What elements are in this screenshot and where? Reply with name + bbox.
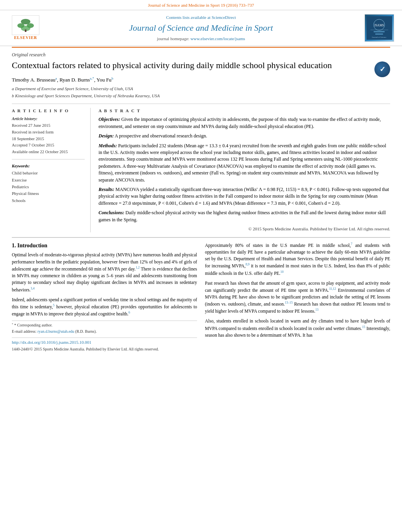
ref-5: 5: [53, 304, 54, 307]
keyword-5: Schools: [12, 198, 85, 204]
contents-line: Contents lists available at ScienceDirec…: [43, 15, 359, 20]
keyword-3: Pediatrics: [12, 184, 85, 190]
email-link[interactable]: ryan.d.burns@utah.edu: [37, 329, 74, 334]
homepage-line: journal homepage: www.elsevier.com/locat…: [43, 36, 359, 42]
elsevier-text: ELSEVIER: [14, 35, 37, 41]
article-history: Article history: Received 27 June 2015 R…: [12, 116, 85, 155]
keywords-label: Keywords:: [12, 163, 85, 169]
article-title: Contextual factors related to physical a…: [12, 60, 370, 71]
body-left-col: 1. Introduction Optimal levels of modera…: [12, 242, 197, 352]
ref-8-9: 8,9: [246, 263, 249, 266]
article-title-section: Contextual factors related to physical a…: [12, 60, 390, 100]
journal-cover-image: Journal of Science JSAMS: [365, 14, 394, 42]
abstract-results: Results: MANCOVA yielded a statistically…: [99, 186, 390, 207]
svg-rect-11: [375, 33, 383, 35]
ref-3-4: 3,4: [31, 287, 35, 290]
revised-label: Received in revised form: [12, 130, 85, 135]
conclusions-label: Conclusions:: [99, 210, 124, 215]
title-divider: [12, 104, 390, 104]
info-keywords-divider: [12, 159, 85, 159]
journal-citation-text: Journal of Science and Medicine in Sport…: [148, 3, 254, 7]
received-date: Received 27 June 2015: [12, 123, 85, 129]
right-para3: Also, students enrolled in schools locat…: [205, 318, 390, 339]
intro-number: 1.: [12, 243, 16, 248]
right-para2: Past research has shown that the amount …: [205, 280, 390, 315]
abstract-col: A B S T R A C T Objectives: Given the im…: [99, 108, 390, 232]
affil-a: a Department of Exercise and Sport Scien…: [12, 86, 370, 92]
svg-text:Journal of Science: Journal of Science: [372, 36, 387, 38]
accepted-date: Accepted 7 October 2015: [12, 143, 85, 148]
methods-text: Participants included 232 students (Mean…: [99, 143, 386, 183]
article-info-header: A R T I C L E I N F O: [12, 108, 85, 114]
conclusions-text: Daily middle-school physical activity wa…: [99, 210, 386, 222]
abstract-text: Objectives: Given the importance of opti…: [99, 116, 390, 232]
objectives-text: Given the importance of optimizing physi…: [99, 117, 381, 129]
abstract-header: A B S T R A C T: [99, 108, 390, 114]
elsevier-tree-icon: [12, 15, 39, 35]
abstract-methods: Methods: Participants included 232 stude…: [99, 143, 390, 184]
ref-15: 15: [362, 325, 365, 329]
ref-11-12: 11,12: [329, 287, 336, 291]
crossmark-badge: ✓: [374, 61, 390, 77]
abstract-design: Design: A prospective and observational …: [99, 133, 390, 139]
revised-date: 18 September 2015: [12, 136, 85, 142]
journal-cover-right: Journal of Science JSAMS: [359, 14, 394, 42]
main-content: Original research Contextual factors rel…: [0, 47, 402, 352]
results-text: MANCOVA yielded a statistically signific…: [99, 187, 389, 206]
right-p1-t1: Approximately 80% of states in the U.S m…: [205, 243, 351, 248]
copyright-line: © 2015 Sports Medicine Australia. Publis…: [99, 226, 390, 232]
email-name: (R.D. Burns).: [75, 329, 97, 334]
issn-line: 1440-2440/© 2015 Sports Medicine Austral…: [12, 347, 197, 352]
sciencedirect-link[interactable]: ScienceDirect: [212, 15, 236, 20]
affiliations: a Department of Exercise and Sport Scien…: [12, 86, 370, 99]
body-content: 1. Introduction Optimal levels of modera…: [12, 242, 390, 352]
article-info-col: A R T I C L E I N F O Article history: R…: [12, 108, 91, 232]
keyword-1: Child behavior: [12, 170, 85, 176]
affil-b: b Kinesiology and Sport Sciences Departm…: [12, 93, 370, 99]
intro-title: Introduction: [17, 243, 47, 248]
elsevier-logo-area: ELSEVIER: [8, 15, 43, 41]
results-label: Results:: [99, 187, 114, 192]
info-abstract-section: A R T I C L E I N F O Article history: R…: [12, 108, 390, 232]
intro-para1: Optimal levels of moderate-to-vigorous p…: [12, 252, 197, 293]
svg-rect-10: [374, 31, 385, 32]
ref-13-15: 13–15: [285, 301, 293, 304]
keyword-2: Exercise: [12, 177, 85, 183]
ref-7: 7: [351, 242, 352, 246]
intro-right-text: Approximately 80% of states in the U.S m…: [205, 242, 390, 339]
journal-header-center: Contents lists available at ScienceDirec…: [43, 15, 359, 42]
svg-rect-4: [25, 30, 26, 32]
objectives-label: Objectives:: [99, 117, 120, 122]
doi-link[interactable]: http://dx.doi.org/10.1016/j.jsams.2015.1…: [12, 339, 197, 345]
methods-label: Methods:: [99, 143, 117, 148]
authors-line: Timothy A. Brusseaua, Ryan D. Burnsa,*, …: [12, 76, 370, 84]
keywords-section: Keywords: Child behavior Exercise Pediat…: [12, 163, 85, 204]
intro-section-header: 1. Introduction: [12, 242, 197, 250]
journal-citation-bar: Journal of Science and Medicine in Sport…: [0, 0, 402, 10]
crossmark-icon-area[interactable]: ✓: [370, 60, 390, 77]
journal-title: Journal of Science and Medicine in Sport: [43, 22, 359, 34]
abstract-conclusions: Conclusions: Daily middle-school physica…: [99, 209, 390, 223]
homepage-url[interactable]: www.elsevier.com/locate/jsams: [190, 36, 245, 41]
keyword-4: Physical fitness: [12, 191, 85, 196]
right-para1: Approximately 80% of states in the U.S m…: [205, 242, 390, 277]
footnote-star: * * Corresponding author.: [12, 323, 197, 328]
ref-6: 6: [128, 311, 130, 314]
body-right-col: Approximately 80% of states in the U.S m…: [205, 242, 390, 352]
journal-header: ELSEVIER Contents lists available at Sci…: [0, 10, 402, 46]
design-label: Design:: [99, 133, 114, 139]
svg-text:JSAMS: JSAMS: [374, 24, 384, 27]
footnote-email: E-mail address: ryan.d.burns@utah.edu (R…: [12, 329, 197, 334]
doi-section: http://dx.doi.org/10.1016/j.jsams.2015.1…: [12, 337, 197, 352]
abstract-body-divider: [12, 237, 390, 238]
intro-left-text: Optimal levels of moderate-to-vigorous p…: [12, 252, 197, 317]
design-text: A prospective and observational research…: [115, 133, 207, 139]
ref-1-2: 1,2: [136, 266, 140, 269]
article-title-container: Contextual factors related to physical a…: [12, 60, 370, 100]
article-type-label: Original research: [12, 47, 390, 60]
footnotes-area: * * Corresponding author. E-mail address…: [12, 321, 197, 334]
intro-para2: Indeed, adolescents spend a significant …: [12, 297, 197, 317]
ref-13: 13: [315, 308, 318, 311]
available-date: Available online 22 October 2015: [12, 149, 85, 155]
abstract-objectives: Objectives: Given the importance of opti…: [99, 116, 390, 130]
